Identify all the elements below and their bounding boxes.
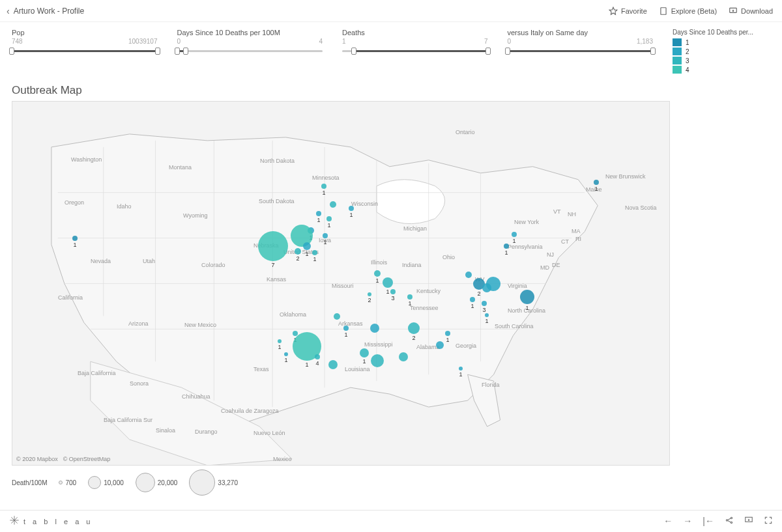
data-bubble[interactable] <box>321 184 326 189</box>
slider-handle-left[interactable] <box>505 48 510 55</box>
legend-swatch <box>673 57 682 64</box>
filters-row: Pop 74810039107 Days Since 10 Deaths per… <box>12 29 770 75</box>
osm-credit[interactable]: © OpenStreetMap <box>63 456 111 462</box>
filter-label: Deaths <box>342 29 488 36</box>
favorite-button[interactable]: Favorite <box>609 7 647 16</box>
legend-item[interactable]: 4 <box>673 66 770 74</box>
legend-swatch <box>673 66 682 74</box>
data-bubble[interactable] <box>258 231 288 261</box>
slider-handle-right[interactable] <box>485 48 491 55</box>
data-bubble[interactable] <box>512 232 517 237</box>
slider-handle-left[interactable] <box>175 48 180 55</box>
data-bubble[interactable] <box>316 211 321 216</box>
data-bubble[interactable] <box>371 354 384 367</box>
slider-handle-right[interactable] <box>155 48 160 55</box>
filter-range: 01,183 <box>508 38 654 45</box>
data-bubble[interactable] <box>360 348 369 357</box>
data-bubble[interactable] <box>370 324 379 333</box>
filter-label: Pop <box>12 29 158 36</box>
filter-3: versus Italy on Same day 01,183 <box>508 29 654 75</box>
data-bubble[interactable] <box>470 297 475 302</box>
slider-handle-left[interactable] <box>351 48 356 55</box>
tableau-logo[interactable]: t a b l e a u <box>9 515 93 527</box>
filter-range: 74810039107 <box>12 38 158 45</box>
explore-button[interactable]: Explore (Beta) <box>659 7 717 16</box>
size-circle-icon <box>136 473 155 492</box>
slider-handle-right[interactable] <box>183 48 188 55</box>
data-bubble[interactable] <box>72 236 78 241</box>
basemap <box>12 102 669 466</box>
content: Pop 74810039107 Days Since 10 Deaths per… <box>0 22 782 496</box>
data-bubble[interactable] <box>407 294 413 300</box>
bottom-toolbar: ← → |← <box>663 516 773 527</box>
filter-range: 04 <box>177 38 323 45</box>
data-bubble[interactable] <box>485 313 489 317</box>
data-bubble[interactable] <box>408 322 420 334</box>
data-bubble[interactable] <box>295 248 301 255</box>
data-bubble[interactable] <box>349 206 354 211</box>
download-toolbar-icon[interactable] <box>744 516 753 527</box>
slider[interactable] <box>177 46 323 55</box>
slider[interactable] <box>12 46 158 55</box>
chart-title: Outbreak Map <box>12 84 770 97</box>
data-bubble[interactable] <box>303 242 311 250</box>
data-bubble[interactable] <box>323 233 328 238</box>
filter-1: Days Since 10 Deaths per 100M 04 <box>177 29 323 75</box>
share-icon[interactable] <box>725 516 734 527</box>
redo-icon[interactable]: → <box>683 516 692 527</box>
download-button[interactable]: Download <box>729 7 773 16</box>
map-attribution: © 2020 Mapbox © OpenStreetMap <box>16 456 110 462</box>
data-bubble[interactable] <box>330 201 336 208</box>
legend-swatch <box>673 38 682 46</box>
data-bubble[interactable] <box>594 180 599 185</box>
bottom-bar: t a b l e a u ← → |← <box>0 510 782 532</box>
filter-range: 17 <box>342 38 488 45</box>
legend-item[interactable]: 1 <box>673 38 770 46</box>
reset-icon[interactable]: |← <box>702 516 714 527</box>
data-bubble[interactable] <box>465 272 472 278</box>
data-bubble[interactable] <box>328 360 338 369</box>
data-bubble[interactable] <box>520 290 534 304</box>
data-bubble[interactable] <box>368 292 371 296</box>
slider-handle-left[interactable] <box>9 48 14 55</box>
data-bubble[interactable] <box>278 339 282 343</box>
undo-icon[interactable]: ← <box>663 516 673 527</box>
data-bubble[interactable] <box>482 301 487 306</box>
slider-handle-right[interactable] <box>650 48 656 55</box>
data-bubble[interactable] <box>445 331 450 336</box>
data-bubble[interactable] <box>486 277 500 291</box>
fullscreen-icon[interactable] <box>764 516 773 527</box>
data-bubble[interactable] <box>504 244 509 249</box>
chevron-left-icon: ‹ <box>7 6 10 16</box>
data-bubble[interactable] <box>374 270 381 277</box>
data-bubble[interactable] <box>334 313 340 320</box>
slider[interactable] <box>508 46 654 55</box>
data-bubble[interactable] <box>436 341 444 349</box>
data-bubble[interactable] <box>326 216 332 221</box>
top-bar: ‹ Arturo Work - Profile Favorite Explore… <box>0 0 782 22</box>
size-legend-item: 10,000 <box>88 476 124 489</box>
data-bubble[interactable] <box>343 326 349 331</box>
legend-item[interactable]: 2 <box>673 48 770 55</box>
filter-0: Pop 74810039107 <box>12 29 158 75</box>
star-icon <box>609 7 618 16</box>
size-circle-icon <box>88 476 101 489</box>
data-bubble[interactable] <box>399 352 408 361</box>
data-bubble[interactable] <box>312 250 317 255</box>
legend-item[interactable]: 3 <box>673 57 770 64</box>
breadcrumb-text: Arturo Work - Profile <box>14 7 84 16</box>
map[interactable]: WashingtonMontanaNorth DakotaMinnesotaOr… <box>12 101 670 466</box>
data-bubble[interactable] <box>284 352 288 356</box>
data-bubble[interactable] <box>390 289 396 294</box>
mapbox-credit[interactable]: © 2020 Mapbox <box>16 456 58 462</box>
slider[interactable] <box>342 46 488 55</box>
breadcrumb[interactable]: ‹ Arturo Work - Profile <box>7 6 84 16</box>
size-circle-icon <box>189 469 215 496</box>
data-bubble[interactable] <box>459 367 463 371</box>
size-legend: Death/100M 70010,00020,00033,270 <box>12 469 770 496</box>
filter-2: Deaths 17 <box>342 29 488 75</box>
data-bubble[interactable] <box>383 277 393 288</box>
download-icon <box>729 7 738 16</box>
size-legend-title: Death/100M <box>12 479 47 486</box>
data-bubble[interactable] <box>315 354 320 359</box>
